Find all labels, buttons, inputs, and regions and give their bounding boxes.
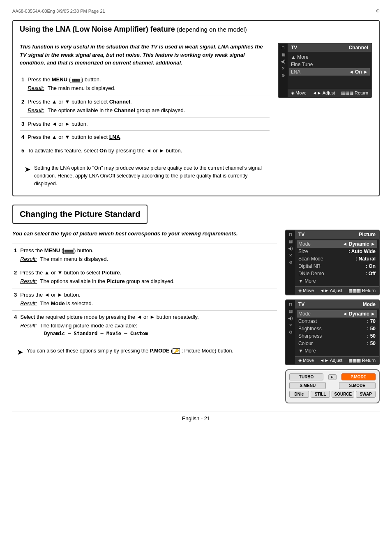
note-text: Setting the LNA option to "On" may produ… xyxy=(34,164,265,187)
result-label: Result: xyxy=(20,299,37,308)
tv-footer-adjust: ◄► Adjust xyxy=(313,90,335,96)
tv-antenna-icon: ⊓ xyxy=(289,302,292,306)
step-content: Press the MENU (▦▦▦) button. Result: The… xyxy=(18,244,277,266)
picture-tv-screen1: ⊓ ▦ ◀) ✕ ⚙ TV Picture xyxy=(285,230,380,295)
tv-settings-icon: ⚙ xyxy=(289,260,293,265)
tv-antenna-icon: ⊓ xyxy=(281,45,285,50)
picture-description: You can select the type of picture which… xyxy=(12,230,277,238)
tv-mode-label: Mode xyxy=(363,302,376,307)
tv-row-scanmode: Scan Mode : Natural xyxy=(298,255,376,263)
step-number: 2 xyxy=(12,266,18,288)
tv-row-dnie: DNIe Demo : Off xyxy=(298,270,376,277)
tv-row-colour: Colour : 50 xyxy=(298,340,376,347)
result-label: Result: xyxy=(20,277,37,286)
result-label: Result: xyxy=(20,322,37,330)
tv-header: TV Picture xyxy=(295,230,379,239)
tv-x-icon: ✕ xyxy=(289,323,292,327)
tv-body: Mode ◄ Dynamic ► Contrast : 70 Brightnes… xyxy=(295,309,379,356)
tv-channel-label: Channel xyxy=(349,45,368,51)
lna-steps-table: 1 Press the MENU (▦▦▦) button. Result: T… xyxy=(20,73,270,157)
table-row: 1 Press the MENU (▦▦▦) button. Result: T… xyxy=(20,73,270,95)
picture-title-box: Changing the Picture Standard xyxy=(12,205,148,224)
tv-main-content: TV Channel ▲ More Fine Tune xyxy=(288,44,371,97)
lna-section: Using the LNA (Low Noise Amplifier) feat… xyxy=(12,20,380,196)
tv-settings-icon: ⚙ xyxy=(281,73,285,78)
lna-description: This function is very useful in the situ… xyxy=(20,43,270,67)
picture-steps-table: 1 Press the MENU (▦▦▦) button. Result: T… xyxy=(12,244,277,340)
smenu-button[interactable]: S.MENU xyxy=(289,382,326,389)
remote-control-mockup: TURBO P. P.MODE S.MENU S.MODE DNIe STILL xyxy=(285,369,380,403)
step-number: 3 xyxy=(20,117,26,131)
page-number: English - 21 xyxy=(182,415,210,421)
tv-footer: ◈ Move ◄► Adjust ▦▦▦ Return xyxy=(288,89,371,97)
lna-left: This function is very useful in the situ… xyxy=(20,43,270,191)
tv-footer-move: ◈ Move xyxy=(298,288,314,293)
table-row: 4 Select the required picture mode by pr… xyxy=(12,310,277,340)
tv-speaker-icon: ◀) xyxy=(281,59,285,64)
table-row: 2 Press the ▲ or ▼ button to select Chan… xyxy=(20,95,270,117)
result-text: The Mode is selected. xyxy=(40,299,93,308)
table-row: 5 To activate this feature, select On by… xyxy=(20,144,270,157)
result-text: The main menu is displayed. xyxy=(48,84,115,92)
picture-section: Changing the Picture Standard You can se… xyxy=(12,205,380,403)
tv-row-brightness: Brightness : 50 xyxy=(298,325,376,332)
step-content: Press the ◄ or ► button. xyxy=(26,117,270,131)
step-content: Press the ▲ or ▼ button to select Pictur… xyxy=(18,266,277,288)
table-row: 3 Press the ◄ or ► button. xyxy=(20,117,270,131)
tv-footer: ◈ Move ◄► Adjust ▦▦▦ Return xyxy=(295,356,379,364)
tv-row-contrast: Contrast : 70 xyxy=(298,318,376,325)
step-content: Press the ▲ or ▼ button to select LNA. xyxy=(26,131,270,144)
remote-row-1: TURBO P. P.MODE xyxy=(289,373,376,380)
tv-main-content: TV Mode Mode ◄ Dynamic ► Contrast xyxy=(295,300,379,364)
step-number: 1 xyxy=(12,244,18,266)
picture-content: You can select the type of picture which… xyxy=(12,230,380,403)
result-text: The options available in the Channel gro… xyxy=(48,106,185,115)
still-button[interactable]: STILL xyxy=(311,391,330,398)
dnie-button[interactable]: DNIe xyxy=(289,391,309,398)
step-content: Press the MENU (▦▦▦) button. Result: The… xyxy=(26,73,270,95)
lna-tv-mockup: ⊓ ▦ ◀) ✕ ⚙ TV Channel xyxy=(278,43,372,98)
tv-footer-return: ▦▦▦ Return xyxy=(341,90,368,96)
tv-body-with-icons: ⊓ ▦ ◀) ✕ ⚙ TV Picture xyxy=(286,230,379,295)
remote-row-2: S.MENU S.MODE xyxy=(289,382,376,389)
tv-speaker-icon: ◀) xyxy=(288,316,293,320)
step-number: 4 xyxy=(12,310,18,340)
tv-row-sharpness: Sharpness : 50 xyxy=(298,332,376,340)
tv-row-more: ▼ More xyxy=(298,347,376,355)
step-content: Press the ◄ or ► button. Result: The Mod… xyxy=(18,288,277,310)
result-text: The main menu is displayed. xyxy=(40,255,108,263)
tv-footer: ◈ Move ◄► Adjust ▦▦▦ Return xyxy=(295,286,379,295)
tv-row-size: Size : Auto Wide xyxy=(298,248,376,255)
tv-row-digitalnr: Digital NR : On xyxy=(298,263,376,270)
tv-picture-label: Picture xyxy=(359,232,376,237)
tv-header: TV Mode xyxy=(295,300,379,309)
table-row: 3 Press the ◄ or ► button. Result: The M… xyxy=(12,288,277,310)
tv-icons: ⊓ ▦ ◀) ✕ ⚙ xyxy=(286,230,295,295)
source-button[interactable]: SOURCE xyxy=(332,391,354,398)
turbo-button[interactable]: TURBO xyxy=(289,373,323,380)
tv-row-more: ▲ More xyxy=(291,53,368,61)
tv-footer-adjust: ◄► Adjust xyxy=(320,358,343,363)
lna-note: ➤ Setting the LNA option to "On" may pro… xyxy=(20,161,270,191)
result-text: The options available in the Picture gro… xyxy=(40,277,175,286)
tv-row-lna: LNA ◄ On ► xyxy=(289,68,370,76)
tv-x-icon: ✕ xyxy=(289,253,292,258)
lna-title-main: Using the LNA (Low Noise Amplifier) feat… xyxy=(20,25,175,33)
picture-left: You can select the type of picture which… xyxy=(12,230,277,403)
tv-x-icon: ✕ xyxy=(281,66,285,71)
tv-row-finetune: Fine Tune xyxy=(291,61,368,68)
smode-button[interactable]: S.MODE xyxy=(339,382,376,389)
picture-tv-screen2: ⊓ ▦ ◀) ✕ ⚙ TV Mode xyxy=(285,299,380,365)
step-content: Select the required picture mode by pres… xyxy=(18,310,277,340)
step-number: 3 xyxy=(12,288,18,310)
mode-options: Dynamic – Standard – Movie – Custom xyxy=(20,330,275,337)
tv-body: Mode ◄ Dynamic ► Size : Auto Wide Scan M… xyxy=(295,239,379,286)
picture-title: Changing the Picture Standard xyxy=(20,210,140,219)
pmode-button[interactable]: P.MODE xyxy=(341,373,376,380)
tv-row-empty1 xyxy=(291,76,368,81)
remote-small-btn[interactable]: P. xyxy=(328,374,337,380)
header-crosshair: ⊕ xyxy=(376,8,380,14)
note-text: You can also set these options simply by… xyxy=(27,347,233,357)
tv-header-label: TV xyxy=(291,45,297,51)
swap-button[interactable]: SWAP xyxy=(356,391,376,398)
